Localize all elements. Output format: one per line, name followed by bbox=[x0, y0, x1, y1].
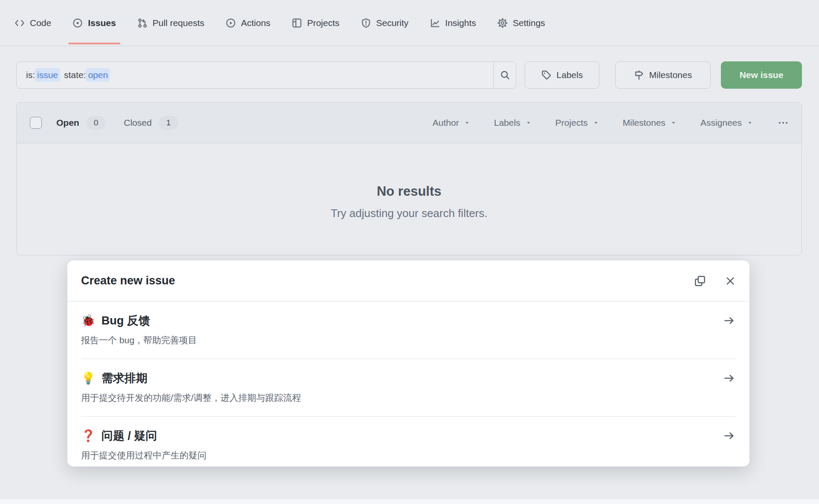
new-issue-button[interactable]: New issue bbox=[721, 61, 802, 89]
tab-label: Projects bbox=[307, 18, 340, 28]
modal-title: Create new issue bbox=[81, 274, 175, 287]
milestones-button-label: Milestones bbox=[649, 70, 692, 80]
author-filter-dropdown[interactable]: Author bbox=[433, 118, 470, 128]
tab-label: Insights bbox=[445, 18, 476, 28]
labels-filter-dropdown[interactable]: Labels bbox=[494, 118, 531, 128]
tab-label: Pull requests bbox=[153, 18, 204, 28]
query-qualifier: is: bbox=[26, 70, 35, 80]
create-issue-modal: Create new issue 🐞 Bug 反馈 报告一个 bug，帮助完善项… bbox=[67, 261, 749, 466]
repo-nav: Code Issues Pull requests Actions Projec… bbox=[0, 0, 819, 46]
select-all-checkbox[interactable] bbox=[30, 117, 42, 129]
tab-label: Issues bbox=[88, 18, 116, 28]
template-title: 需求排期 bbox=[102, 371, 148, 386]
tab-security[interactable]: Security bbox=[355, 0, 415, 46]
tab-label: Settings bbox=[513, 18, 545, 28]
milestones-filter-dropdown[interactable]: Milestones bbox=[623, 118, 677, 128]
play-circle-icon bbox=[226, 18, 236, 28]
template-description: 报告一个 bug，帮助完善项目 bbox=[81, 334, 710, 346]
close-icon[interactable] bbox=[725, 275, 736, 287]
chevron-down-icon bbox=[747, 120, 753, 126]
table-icon bbox=[292, 18, 302, 28]
open-count-badge: 0 bbox=[86, 116, 106, 130]
closed-count-badge: 1 bbox=[159, 116, 179, 130]
overflow-menu-button[interactable] bbox=[778, 117, 789, 128]
closed-filter[interactable]: Closed bbox=[124, 118, 151, 128]
issues-list-container: Open 0 Closed 1 Author Labels Projects M… bbox=[16, 102, 802, 255]
tab-projects[interactable]: Projects bbox=[286, 0, 346, 46]
arrow-right-icon bbox=[723, 430, 735, 442]
issue-opened-icon bbox=[73, 18, 83, 28]
copy-icon[interactable] bbox=[694, 275, 706, 287]
projects-filter-dropdown[interactable]: Projects bbox=[555, 118, 599, 128]
chevron-down-icon bbox=[464, 120, 470, 126]
new-issue-button-label: New issue bbox=[740, 70, 784, 80]
empty-state: No results Try adjusting your search fil… bbox=[17, 143, 802, 220]
chevron-down-icon bbox=[671, 120, 677, 126]
kebab-horizontal-icon bbox=[778, 117, 789, 128]
tab-code[interactable]: Code bbox=[9, 0, 57, 46]
issue-template-feature[interactable]: 💡 需求排期 用于提交待开发的功能/需求/调整，进入排期与跟踪流程 bbox=[81, 359, 736, 417]
git-pull-request-icon bbox=[137, 18, 148, 28]
open-filter[interactable]: Open bbox=[56, 118, 79, 128]
assignees-filter-dropdown[interactable]: Assignees bbox=[700, 118, 753, 128]
modal-actions bbox=[694, 275, 736, 287]
labels-button[interactable]: Labels bbox=[525, 61, 599, 89]
shield-icon bbox=[361, 18, 371, 28]
tab-label: Code bbox=[30, 18, 51, 28]
issue-template-bug[interactable]: 🐞 Bug 反馈 报告一个 bug，帮助完善项目 bbox=[81, 301, 736, 359]
arrow-right-icon bbox=[723, 315, 735, 327]
filter-label: Assignees bbox=[700, 118, 742, 128]
empty-state-subtitle: Try adjusting your search filters. bbox=[17, 207, 802, 220]
tab-pull-requests[interactable]: Pull requests bbox=[131, 0, 210, 46]
query-value-highlight: issue bbox=[35, 68, 60, 82]
template-title: Bug 反馈 bbox=[102, 313, 150, 328]
filter-label: Labels bbox=[494, 118, 520, 128]
filter-dropdowns: Author Labels Projects Milestones Assign… bbox=[433, 117, 789, 128]
search-submit-button[interactable] bbox=[494, 62, 516, 88]
bulb-emoji-icon: 💡 bbox=[81, 371, 96, 385]
milestone-icon bbox=[634, 70, 644, 80]
page-bottom-edge bbox=[0, 499, 819, 504]
empty-state-title: No results bbox=[17, 184, 802, 199]
issue-template-question[interactable]: ❓ 问题 / 疑问 用于提交使用过程中产生的疑问 bbox=[81, 417, 736, 474]
graph-icon bbox=[430, 18, 440, 28]
tab-settings[interactable]: Settings bbox=[491, 0, 551, 46]
code-icon bbox=[15, 18, 25, 28]
tab-insights[interactable]: Insights bbox=[424, 0, 482, 46]
template-description: 用于提交待开发的功能/需求/调整，进入排期与跟踪流程 bbox=[81, 392, 710, 404]
filter-label: Projects bbox=[555, 118, 588, 128]
filter-label: Milestones bbox=[623, 118, 665, 128]
gear-icon bbox=[497, 18, 508, 28]
tab-label: Actions bbox=[241, 18, 270, 28]
search-icon bbox=[500, 70, 510, 80]
chevron-down-icon bbox=[593, 120, 599, 126]
question-emoji-icon: ❓ bbox=[81, 429, 96, 443]
filter-label: Author bbox=[433, 118, 459, 128]
template-description: 用于提交使用过程中产生的疑问 bbox=[81, 449, 710, 461]
milestones-button[interactable]: Milestones bbox=[615, 61, 711, 89]
labels-button-label: Labels bbox=[557, 70, 583, 80]
tag-icon bbox=[541, 70, 552, 80]
issues-toolbar: is:issuestate:open Labels Milestones New… bbox=[16, 61, 802, 89]
query-qualifier: state: bbox=[64, 70, 86, 80]
chevron-down-icon bbox=[526, 120, 531, 126]
query-value-highlight: open bbox=[86, 68, 110, 82]
arrow-right-icon bbox=[723, 372, 735, 384]
issues-list-header: Open 0 Closed 1 Author Labels Projects M… bbox=[17, 103, 802, 143]
tab-actions[interactable]: Actions bbox=[220, 0, 276, 46]
template-title: 问题 / 疑问 bbox=[102, 428, 157, 443]
tab-issues[interactable]: Issues bbox=[67, 0, 122, 46]
bug-emoji-icon: 🐞 bbox=[81, 314, 96, 327]
tab-label: Security bbox=[376, 18, 409, 28]
search-input[interactable]: is:issuestate:open bbox=[16, 61, 516, 89]
modal-header: Create new issue bbox=[67, 261, 749, 301]
